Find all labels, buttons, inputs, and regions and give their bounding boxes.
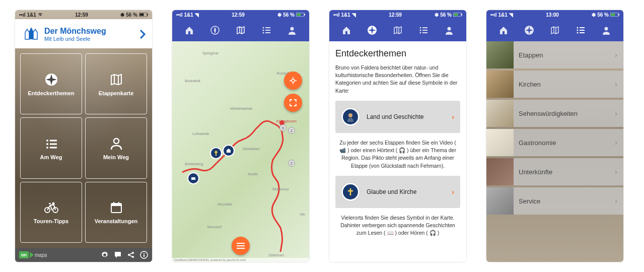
svg-rect-26 bbox=[304, 14, 305, 16]
list-item-gastronomie[interactable]: Gastronomie › bbox=[486, 129, 623, 156]
nav-person-icon[interactable] bbox=[287, 25, 297, 35]
tile-etappenkarte[interactable]: Etappenkarte bbox=[85, 53, 147, 114]
tile-entdeckerthemen[interactable]: Entdeckerthemen bbox=[20, 53, 82, 114]
chevron-right-icon: › bbox=[615, 168, 617, 176]
map-place-label: Osterhorn bbox=[268, 253, 284, 257]
chat-icon[interactable] bbox=[114, 251, 122, 259]
thumbnail bbox=[486, 41, 514, 69]
tile-label: Etappenkarte bbox=[99, 90, 134, 96]
carrier-label: 1&1 bbox=[341, 12, 350, 18]
map-attribution: GeoBasis-DE/BKG/ZSHH, powered by geoGLIS… bbox=[172, 258, 309, 262]
footer-brand[interactable]: on maps bbox=[19, 251, 47, 258]
nav-map-icon[interactable] bbox=[236, 25, 246, 35]
on-badge: on bbox=[19, 251, 29, 258]
map-icon bbox=[109, 72, 124, 87]
signal-icon: ••ıl bbox=[490, 12, 497, 18]
category-list: Etappen › Kirchen › Sehenswürdigkeiten ›… bbox=[486, 41, 623, 217]
list-item-service[interactable]: Service › bbox=[486, 187, 623, 215]
nav-home-icon[interactable] bbox=[498, 25, 509, 35]
share-icon[interactable] bbox=[127, 251, 135, 259]
svg-rect-38 bbox=[237, 243, 245, 244]
list-item-sehenswuerdigkeiten[interactable]: Sehenswürdigkeiten › bbox=[486, 100, 623, 127]
list-item-etappen[interactable]: Etappen › bbox=[486, 41, 623, 69]
app-logo bbox=[21, 24, 41, 44]
compass-icon bbox=[44, 72, 59, 87]
nav-compass-icon[interactable] bbox=[210, 25, 220, 35]
category-card-glaube[interactable]: Glaube und Kirche › bbox=[335, 176, 460, 208]
category-label: Land und Geschichte bbox=[367, 113, 445, 120]
tile-veranstaltungen[interactable]: Veranstaltungen bbox=[85, 182, 147, 243]
carrier-label: 1&1 bbox=[184, 12, 193, 18]
wifi-icon bbox=[38, 13, 43, 17]
nav-person-icon[interactable] bbox=[444, 25, 454, 35]
battery-label: 56 % bbox=[283, 12, 295, 18]
category-card-land[interactable]: Land und Geschichte › bbox=[335, 101, 460, 133]
nav-list-icon[interactable] bbox=[576, 25, 586, 35]
map-place-label: Bockstedt bbox=[185, 79, 200, 83]
nav-compass-icon[interactable] bbox=[367, 25, 377, 35]
list-item-label: Etappen bbox=[519, 51, 610, 59]
info-icon[interactable] bbox=[140, 251, 148, 259]
svg-rect-55 bbox=[618, 14, 619, 16]
calendar-icon bbox=[109, 200, 124, 215]
list-item-kirchen[interactable]: Kirchen › bbox=[486, 71, 623, 98]
bluetooth-icon: ✱ bbox=[120, 12, 124, 18]
time-label: 12:59 bbox=[389, 12, 402, 18]
map-cluster[interactable]: 2 bbox=[288, 127, 295, 134]
fab-locate[interactable] bbox=[284, 72, 302, 90]
map-pin-museum[interactable] bbox=[223, 145, 235, 157]
map-pin-poi[interactable] bbox=[187, 172, 199, 184]
nav-compass-icon[interactable] bbox=[524, 25, 534, 35]
svg-rect-48 bbox=[422, 30, 427, 31]
svg-rect-46 bbox=[422, 27, 427, 28]
app-subtitle: Mit Leib und Seele bbox=[44, 36, 136, 42]
screen-1-home: ••ıl 1&1 12:59 ✱ 56 % bbox=[15, 10, 152, 262]
time-label: 12:59 bbox=[75, 12, 88, 18]
tile-am-weg[interactable]: Am Weg bbox=[20, 117, 82, 178]
nav-map-icon[interactable] bbox=[550, 25, 560, 35]
intro-text: Bruno von Faldera berichtet über natur- … bbox=[335, 64, 460, 95]
nav-map-icon[interactable] bbox=[393, 25, 403, 35]
battery-icon bbox=[296, 13, 305, 17]
carrier-label: 1&1 bbox=[27, 12, 36, 18]
svg-point-22 bbox=[144, 253, 145, 254]
battery-icon bbox=[453, 13, 462, 17]
svg-point-49 bbox=[420, 32, 421, 34]
top-nav bbox=[172, 19, 309, 41]
map-cluster[interactable]: 2 bbox=[288, 160, 295, 167]
tile-mein-weg[interactable]: Mein Weg bbox=[85, 117, 147, 178]
app-header[interactable]: Der Mönchsweg Mit Leib und Seele bbox=[15, 19, 152, 48]
gear-icon[interactable] bbox=[101, 251, 109, 259]
map-view[interactable]: Springhoe Lohbarbek Rosdorf Mühlenbarbek… bbox=[172, 41, 309, 262]
nav-list-icon[interactable] bbox=[261, 25, 271, 35]
bottom-text: Vielerorts finden Sie dieses Symbol in d… bbox=[335, 214, 460, 237]
map-pin-church[interactable] bbox=[210, 147, 222, 159]
bluetooth-icon: ✱ bbox=[592, 12, 596, 18]
nav-list-icon[interactable] bbox=[418, 25, 428, 35]
map-cluster[interactable]: 9 bbox=[279, 124, 287, 131]
nav-person-icon[interactable] bbox=[601, 25, 611, 35]
battery-icon bbox=[610, 13, 619, 17]
svg-rect-60 bbox=[580, 30, 585, 31]
thumbnail bbox=[486, 187, 514, 215]
nav-home-icon[interactable] bbox=[341, 25, 351, 35]
svg-point-30 bbox=[263, 30, 264, 31]
top-nav bbox=[486, 19, 623, 41]
map-place-label: Moordorf bbox=[207, 225, 222, 229]
carrier-label: 1&1 bbox=[498, 12, 508, 18]
list-item-unterkuenfte[interactable]: Unterkünfte › bbox=[486, 158, 623, 185]
svg-rect-58 bbox=[580, 27, 585, 28]
svg-rect-39 bbox=[237, 245, 245, 246]
monk-icon bbox=[341, 108, 360, 126]
svg-rect-42 bbox=[454, 14, 458, 16]
svg-rect-5 bbox=[50, 140, 57, 141]
screen-3-discover: ••ıl 1&1 ◥ 12:59 ✱ 56 % Entdeckerthemen … bbox=[329, 10, 466, 262]
fab-fullscreen[interactable] bbox=[284, 94, 302, 112]
svg-point-28 bbox=[263, 27, 264, 29]
svg-point-34 bbox=[291, 27, 294, 31]
tile-touren-tipps[interactable]: Touren-Tipps bbox=[20, 182, 82, 243]
svg-point-51 bbox=[448, 27, 451, 31]
fab-menu[interactable] bbox=[232, 237, 250, 255]
chevron-right-icon[interactable] bbox=[139, 29, 146, 39]
nav-home-icon[interactable] bbox=[184, 25, 194, 35]
